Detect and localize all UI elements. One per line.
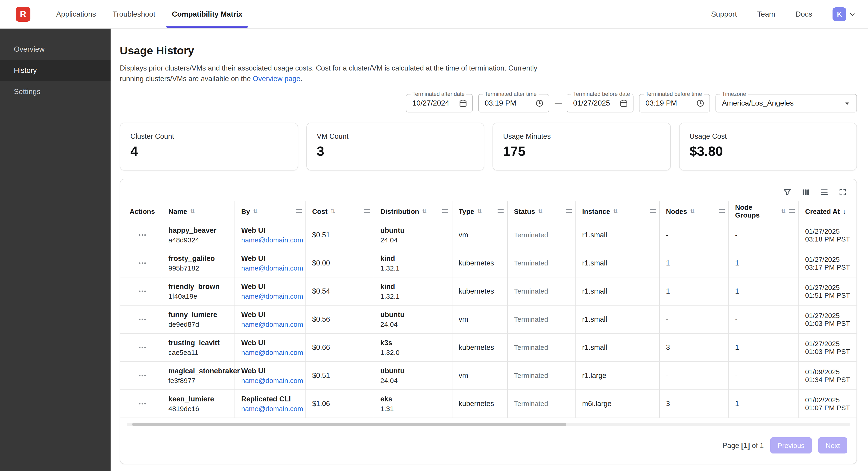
cell-name: trusting_leavitt cae5ea11 [162,333,235,361]
column-header-nodes[interactable]: Nodes⇅ [659,201,728,221]
nav-docs[interactable]: Docs [796,10,812,18]
column-header-by[interactable]: By⇅ [235,201,306,221]
sort-icon[interactable]: ⇅ [538,208,543,214]
column-header-status[interactable]: Status⇅ [507,201,576,221]
created-by: Web UI [241,283,302,291]
terminated-after-time-input[interactable]: Terminated after time 03:19 PM [478,94,549,113]
sort-icon[interactable]: ⇅ [690,208,695,214]
column-header-cost[interactable]: Cost⇅ [306,201,374,221]
sidebar-item-overview[interactable]: Overview [0,39,111,60]
app-logo[interactable]: R [16,7,30,22]
row-actions-button[interactable] [138,287,147,296]
calendar-icon[interactable] [458,99,468,108]
email-link[interactable]: name@domain.com [241,264,302,272]
row-actions-button[interactable] [138,371,147,380]
column-menu-icon[interactable] [497,209,503,213]
column-menu-icon[interactable] [649,209,655,213]
sort-icon[interactable]: ⇅ [477,208,482,214]
timezone-value: America/Los_Angeles [722,99,843,107]
sort-icon[interactable]: ⇅ [253,208,258,214]
sidebar-item-history[interactable]: History [0,60,111,81]
columns-icon[interactable] [801,187,810,197]
email-link[interactable]: name@domain.com [241,292,302,300]
cell-type: kubernetes [452,333,507,361]
chevron-down-icon[interactable] [849,10,856,18]
overview-page-link[interactable]: Overview page [253,75,300,83]
terminated-before-time-input[interactable]: Terminated before time 03:19 PM [639,94,710,113]
page-suffix: of 1 [750,441,764,449]
cluster-id: 4819de16 [168,405,230,412]
row-actions-button[interactable] [138,343,147,352]
caret-down-icon[interactable] [843,99,852,108]
cell-created-at: 01/27/2025 01:51 PM PST [799,277,858,305]
stat-label: Usage Cost [689,132,846,141]
distribution-name: ubuntu [380,226,448,235]
distribution-name: ubuntu [380,311,448,319]
column-label: Cost [312,207,328,215]
calendar-icon[interactable] [619,99,628,108]
row-actions-button[interactable] [138,230,147,240]
cell-type: kubernetes [452,277,507,305]
terminated-after-date-input[interactable]: Terminated after date 10/27/2024 [406,94,473,113]
column-menu-icon[interactable] [296,209,302,213]
previous-page-button[interactable]: Previous [770,437,812,453]
row-actions-button[interactable] [138,315,147,324]
clock-icon[interactable] [535,99,544,108]
nav-team[interactable]: Team [757,10,775,18]
cell-nodes: 3 [659,390,728,418]
column-header-created-at[interactable]: Created At↓ [799,201,858,221]
row-actions-button[interactable] [138,399,147,408]
column-menu-icon[interactable] [565,209,571,213]
email-link[interactable]: name@domain.com [241,405,302,412]
nav-troubleshoot[interactable]: Troubleshoot [104,0,164,28]
column-menu-icon[interactable] [364,209,370,213]
nav-applications[interactable]: Applications [48,0,104,28]
created-by: Web UI [241,339,302,347]
email-link[interactable]: name@domain.com [241,377,302,384]
column-header-node-groups[interactable]: Node Groups⇅ [728,201,799,221]
sort-icon[interactable]: ⇅ [330,208,335,214]
column-menu-icon[interactable] [718,209,724,213]
email-link[interactable]: name@domain.com [241,236,302,244]
sidebar-item-settings[interactable]: Settings [0,81,111,102]
sort-icon[interactable]: ⇅ [422,208,427,214]
filter-icon[interactable] [783,187,792,197]
stat-label: Cluster Count [130,132,287,141]
terminated-before-date-input[interactable]: Terminated before date 01/27/2025 [567,94,633,113]
column-header-type[interactable]: Type⇅ [452,201,507,221]
cell-actions [120,361,162,390]
type-value: vm [459,372,468,379]
horizontal-scrollbar-thumb[interactable] [132,422,566,426]
sort-icon[interactable]: ⇅ [613,208,618,214]
nodes-value: 3 [666,343,670,351]
column-header-instance[interactable]: Instance⇅ [576,201,659,221]
cell-status: Terminated [507,333,576,361]
distribution-version: 1.32.0 [380,348,448,356]
column-header-name[interactable]: Name⇅ [162,201,235,221]
type-value: vm [459,315,468,323]
cell-created-at: 01/27/2025 03:17 PM PST [799,249,858,277]
column-label: By [241,207,250,215]
sort-icon[interactable]: ⇅ [190,208,195,214]
column-header-distribution[interactable]: Distribution⇅ [374,201,452,221]
fullscreen-icon[interactable] [838,187,847,197]
sort-icon[interactable]: ⇅ [781,208,786,214]
cell-nodes: 1 [659,277,728,305]
user-avatar[interactable]: K [833,7,846,21]
cell-cost: $0.51 [306,221,374,249]
timezone-select[interactable]: Timezone America/Los_Angeles [715,94,857,113]
nav-compatibility-matrix[interactable]: Compatibility Matrix [163,0,251,28]
clock-icon[interactable] [696,99,705,108]
nav-support[interactable]: Support [711,10,737,18]
column-menu-icon[interactable] [442,209,448,213]
next-page-button[interactable]: Next [818,437,847,453]
created-time: 03:18 PM PST [805,235,854,243]
email-link[interactable]: name@domain.com [241,320,302,328]
email-link[interactable]: name@domain.com [241,348,302,356]
density-icon[interactable] [819,187,829,197]
sort-desc-icon[interactable]: ↓ [843,207,846,215]
column-menu-icon[interactable] [788,209,795,213]
status-badge: Terminated [514,315,548,323]
distribution-name: eks [380,395,448,403]
row-actions-button[interactable] [138,259,147,268]
